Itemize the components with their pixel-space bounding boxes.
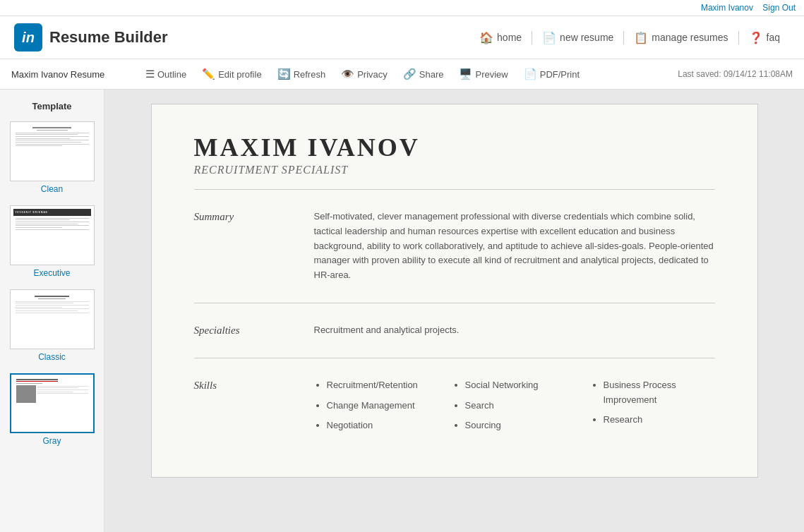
skill-item: Search [465,399,577,413]
resume-section-skills: SkillsRecruitment/RetentionChange Manage… [194,368,715,449]
skill-item: Change Management [327,399,438,413]
edit-profile-label: Edit profile [218,69,261,80]
resume-name-label: Maxim Ivanov Resume [11,69,124,80]
nav-link-home[interactable]: 🏠home [469,31,532,44]
toolbar-btn-pdf-print[interactable]: 📄PDF/Print [517,65,587,83]
resume-section-summary: SummarySelf-motivated, clever management… [194,200,715,293]
share-icon: 🔗 [403,68,416,80]
faq-icon: ❓ [749,31,763,44]
app-title: Resume Builder [49,28,168,47]
toolbar-btn-outline[interactable]: ☰Outline [138,65,193,83]
nav-link-manage-resumes[interactable]: 📋manage resumes [624,31,738,44]
skills-col-0: Recruitment/RetentionChange ManagementNe… [314,378,438,439]
main-layout: Template Clean YE [0,90,804,532]
section-content-summary: Self-motivated, clever management profes… [314,210,715,283]
template-thumb-classic [10,289,95,349]
refresh-icon: 🔄 [277,68,291,80]
toolbar-btn-privacy[interactable]: 👁️Privacy [334,65,395,83]
logo-area: in Resume Builder [14,23,469,52]
toolbar: Maxim Ivanov Resume ☰Outline✏️Edit profi… [0,59,804,90]
toolbar-btn-edit-profile[interactable]: ✏️Edit profile [195,65,268,83]
template-label-clean: Clean [7,184,97,194]
preview-label: Preview [475,69,508,80]
toolbar-btn-preview[interactable]: 🖥️Preview [452,65,515,83]
outline-icon: ☰ [145,68,155,80]
sidebar: Template Clean YE [0,90,104,532]
template-item-classic[interactable]: Classic [7,289,97,362]
section-label-skills: Skills [194,378,293,439]
nav-link-faq[interactable]: ❓faq [739,31,790,44]
main-nav: 🏠home📄new resume📋manage resumes❓faq [469,31,790,44]
skill-item: Negotiation [327,418,438,433]
section-label-summary: Summary [194,210,293,283]
skill-item: Business Process Improvement [604,378,715,408]
resume-document: MAXIM IVANOV RECRUITMENT SPECIALIST Summ… [151,104,758,478]
pdf-print-label: PDF/Print [540,69,580,80]
resume-divider-specialties [194,358,715,358]
manage-resumes-icon: 📋 [634,31,648,44]
section-content-skills: Recruitment/RetentionChange ManagementNe… [314,378,715,439]
top-bar: Maxim Ivanov Sign Out [0,0,804,16]
home-icon: 🏠 [479,31,493,44]
skill-item: Recruitment/Retention [327,378,438,393]
template-item-executive[interactable]: YEVGENIY BRIKMAN Executive [7,205,97,278]
resume-sections: SummarySelf-motivated, clever management… [194,200,715,449]
resume-divider-summary [194,303,715,303]
new-resume-label: new resume [560,32,613,43]
section-label-specialties: Specialties [194,323,293,338]
last-saved: Last saved: 09/14/12 11:08AM [678,69,793,79]
template-label-classic: Classic [7,352,97,362]
resume-person-name: MAXIM IVANOV [194,133,715,162]
sidebar-title: Template [7,101,97,111]
skills-col-1: Social NetworkingSearchSourcing [452,378,577,439]
resume-person-title: RECRUITMENT SPECIALIST [194,164,715,176]
template-thumb-executive: YEVGENIY BRIKMAN [10,205,95,265]
template-label-gray: Gray [7,436,97,446]
faq-label: faq [767,32,780,43]
linkedin-logo-icon: in [14,23,42,52]
header: in Resume Builder 🏠home📄new resume📋manag… [0,16,804,59]
skill-item: Sourcing [465,418,577,433]
nav-link-new-resume[interactable]: 📄new resume [532,31,624,44]
template-label-executive: Executive [7,268,97,278]
template-item-gray[interactable]: Gray [7,373,97,446]
skill-item: Social Networking [465,378,577,393]
resume-section-specialties: SpecialtiesRecruitment and analytical pr… [194,313,715,348]
resume-area: MAXIM IVANOV RECRUITMENT SPECIALIST Summ… [104,90,804,532]
user-link[interactable]: Maxim Ivanov [701,3,753,13]
section-content-specialties: Recruitment and analytical projects. [314,323,715,338]
template-thumb-gray [10,373,95,433]
share-label: Share [419,69,444,80]
manage-resumes-label: manage resumes [652,32,728,43]
toolbar-btn-refresh[interactable]: 🔄Refresh [270,65,333,83]
template-list: Clean YEVGENIY BRIKMAN Executive [7,121,97,446]
outline-label: Outline [157,69,186,80]
privacy-icon: 👁️ [341,68,354,80]
toolbar-actions: ☰Outline✏️Edit profile🔄Refresh👁️Privacy🔗… [138,65,678,83]
edit-profile-icon: ✏️ [202,68,215,80]
signout-link[interactable]: Sign Out [762,3,796,13]
new-resume-icon: 📄 [542,31,556,44]
toolbar-btn-share[interactable]: 🔗Share [396,65,451,83]
resume-divider-top [194,189,715,190]
template-thumb-clean [10,121,95,181]
refresh-label: Refresh [294,69,326,80]
skill-item: Research [604,413,715,428]
template-item-clean[interactable]: Clean [7,121,97,194]
privacy-label: Privacy [357,69,388,80]
pdf-print-icon: 📄 [524,68,537,80]
skills-col-2: Business Process ImprovementResearch [591,378,715,439]
preview-icon: 🖥️ [459,68,472,80]
skills-columns: Recruitment/RetentionChange ManagementNe… [314,378,715,439]
home-label: home [497,32,522,43]
